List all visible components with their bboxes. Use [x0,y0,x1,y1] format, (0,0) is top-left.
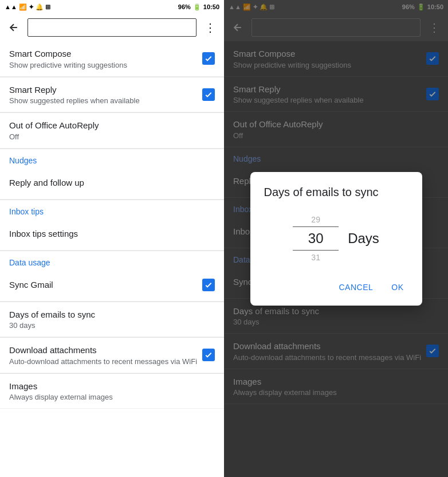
days-sync-modal: Days of emails to sync 29 30 31 Days Can… [250,172,422,306]
days-sync-subtitle: 30 days [9,321,215,330]
battery-percent-left: 96% [178,3,191,10]
signal-icon: ▲▲ [5,3,17,10]
inbox-tips-section-header: Inbox tips [0,200,224,218]
smart-compose-item[interactable]: Smart Compose Show predictive writing su… [0,41,224,77]
picker-below-value: 31 [311,251,320,264]
settings-list-left: Smart Compose Show predictive writing su… [0,41,224,477]
inbox-tips-settings-item[interactable]: Inbox tips settings [0,218,224,251]
extra-icon: ⊞ [45,3,50,11]
search-box-left[interactable] [27,18,197,37]
notification-icon: 🔔 [36,3,44,11]
status-icons-left: ▲▲ 📶 ✦ 🔔 ⊞ [5,3,50,11]
wifi-icon: 📶 [19,3,27,11]
smart-reply-title: Smart Reply [9,84,202,96]
data-usage-section-header: Data usage [0,251,224,269]
reply-follow-item[interactable]: Reply and follow up [0,167,224,200]
more-button-left[interactable]: ⋮ [201,18,219,37]
picker-unit-label: Days [348,230,379,247]
modal-title: Days of emails to sync [264,186,408,199]
modal-buttons: Cancel OK [264,278,408,296]
days-sync-title: Days of emails to sync [9,309,215,320]
modal-overlay: Days of emails to sync 29 30 31 Days Can… [224,0,448,477]
status-bar-left: ▲▲ 📶 ✦ 🔔 ⊞ 96% 🔋 10:50 [0,0,224,14]
inbox-tips-settings-title: Inbox tips settings [9,228,215,240]
out-of-office-subtitle: Off [9,132,215,141]
images-subtitle: Always display external images [9,393,215,401]
download-attachments-checkbox[interactable] [202,349,215,361]
sync-gmail-title: Sync Gmail [9,279,202,291]
picker-container: 29 30 31 Days [264,213,408,264]
left-panel: ▲▲ 📶 ✦ 🔔 ⊞ 96% 🔋 10:50 ⋮ Smart Compose S… [0,0,224,477]
time-left: 10:50 [203,3,219,10]
bluetooth-icon: ✦ [29,3,34,11]
nudges-title: Nudges [9,156,215,165]
inbox-tips-title: Inbox tips [9,207,215,216]
images-title: Images [9,381,215,392]
sync-gmail-checkbox[interactable] [202,279,215,291]
out-of-office-item[interactable]: Out of Office AutoReply Off [0,113,224,148]
back-button-left[interactable] [5,18,23,37]
status-right-left: 96% 🔋 10:50 [178,3,219,11]
picker-selected-value: 30 [308,230,324,246]
smart-reply-subtitle: Show suggested replies when available [9,96,202,105]
smart-compose-subtitle: Show predictive writing suggestions [9,61,202,69]
data-usage-title: Data usage [9,258,215,267]
download-attachments-title: Download attachments [9,345,202,356]
smart-compose-checkbox[interactable] [202,52,215,65]
reply-follow-title: Reply and follow up [9,177,215,189]
battery-icon-left: 🔋 [193,3,201,11]
days-sync-item[interactable]: Days of emails to sync 30 days [0,302,224,338]
download-attachments-subtitle: Auto-download attachments to recent mess… [9,357,202,366]
smart-reply-checkbox[interactable] [202,88,215,101]
smart-compose-title: Smart Compose [9,48,202,60]
picker-selected-area: 30 [293,226,339,251]
smart-reply-item[interactable]: Smart Reply Show suggested replies when … [0,77,224,113]
days-picker-column[interactable]: 29 30 31 [293,213,339,264]
download-attachments-item[interactable]: Download attachments Auto-download attac… [0,338,224,373]
picker-above-value: 29 [311,213,320,226]
toolbar-left: ⋮ [0,14,224,41]
ok-button[interactable]: OK [387,278,408,296]
nudges-section-header: Nudges [0,149,224,167]
sync-gmail-item[interactable]: Sync Gmail [0,269,224,302]
cancel-button[interactable]: Cancel [334,278,378,296]
images-item[interactable]: Images Always display external images [0,374,224,409]
right-panel: ▲▲ 📶 ✦ 🔔 ⊞ 96% 🔋 10:50 ⋮ Smart Compose S… [224,0,448,477]
out-of-office-title: Out of Office AutoReply [9,120,215,131]
